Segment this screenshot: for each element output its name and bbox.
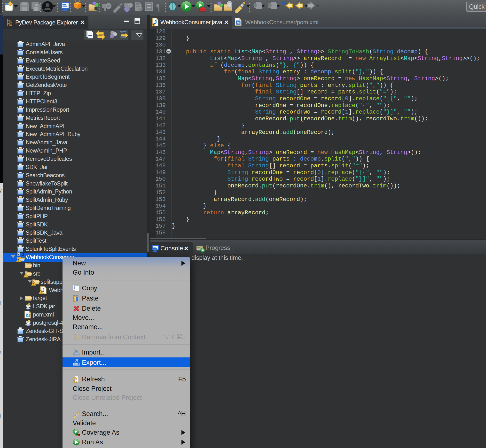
svg-text:!: ! [153, 24, 154, 26]
svg-text:✱: ✱ [282, 0, 286, 7]
svg-text:M: M [17, 253, 20, 256]
svg-text:¶: ¶ [156, 1, 161, 12]
svg-text:J: J [21, 252, 24, 257]
svg-text:M: M [26, 314, 29, 317]
svg-text:M: M [237, 21, 240, 25]
